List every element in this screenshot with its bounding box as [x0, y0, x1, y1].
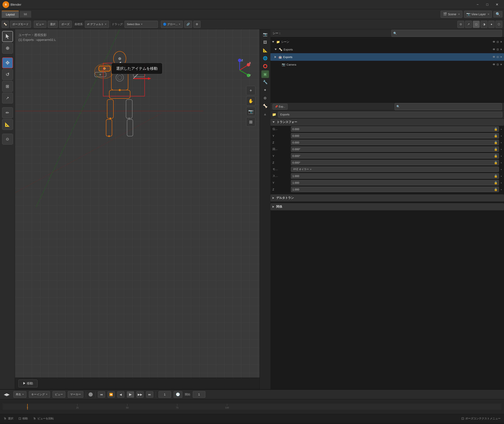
maximize-button[interactable]: □	[483, 1, 492, 8]
viewport-shading-btn4[interactable]: ⬡	[495, 21, 502, 28]
grid-btn[interactable]: ⊞	[246, 117, 255, 126]
play-menu-btn[interactable]: 再生 ▼	[13, 391, 26, 398]
timeline-scrubber[interactable]: 0 25 50 75 100	[2, 404, 502, 410]
exports-btn[interactable]: Exports	[278, 112, 502, 118]
relations-header[interactable]: 関係	[270, 203, 504, 210]
list-item[interactable]: 📁 シーン 👁 ⊡ ☀	[270, 38, 504, 46]
render-icon2[interactable]: ☀	[500, 48, 502, 51]
hand-btn[interactable]: ✋	[246, 96, 255, 106]
visibility-icon[interactable]: 👁	[492, 40, 495, 44]
viewport-shading-btn1[interactable]: ◻	[473, 21, 480, 28]
pose-mode-icon-btn[interactable]: 🦴	[2, 21, 9, 28]
data-props-icon[interactable]: ⟁	[261, 110, 269, 118]
cursor-tool-btn[interactable]: ⊕	[2, 43, 13, 54]
mode-dropdown-btn[interactable]: XYZ オイラー ▼	[291, 167, 499, 172]
modifier-props-icon[interactable]: 🔧	[261, 78, 269, 86]
start-frame-display[interactable]: 1	[193, 391, 205, 398]
select-menu-btn[interactable]: 選択	[48, 21, 58, 28]
particles-props-icon[interactable]: ✦	[261, 86, 269, 94]
delta-transform-header[interactable]: デルタトラン	[270, 194, 504, 201]
scene-props-icon[interactable]: 🌐	[261, 55, 269, 62]
view-layer-props-icon[interactable]: 📐	[261, 46, 269, 54]
pose-mode-btn[interactable]: ポーズモード	[10, 21, 31, 28]
playback-btn[interactable]: ◀▶	[2, 391, 11, 398]
scale-x-field[interactable]: 1.000🔒	[291, 173, 499, 179]
camera-btn[interactable]: 📷	[246, 107, 255, 116]
render-icon4[interactable]: ☀	[500, 63, 502, 66]
selectable-icon3[interactable]: ⊡	[497, 56, 499, 58]
transform-header[interactable]: トランスフォー	[270, 118, 504, 126]
rotation-y-field[interactable]: 0.000°🔒	[291, 153, 499, 159]
props-search[interactable]: 🔍	[395, 103, 502, 110]
visibility-icon3[interactable]: 👁	[492, 55, 495, 59]
scale-z-field[interactable]: 1.000🔒	[291, 187, 499, 192]
list-item[interactable]: 📷 Camera 👁 ⊡ ☀	[270, 61, 504, 68]
tab-layout[interactable]: Layout	[2, 11, 19, 18]
location-y-field[interactable]: 0.000🔒	[291, 133, 499, 138]
move-panel-btn[interactable]: ▶ 移動	[18, 380, 37, 387]
timeline-body[interactable]: 0 25 50 75 100	[0, 399, 504, 414]
viewport[interactable]: ユーザー・透視投影 (1) Exports : upperarm02.L	[15, 29, 260, 389]
extra-tool-btn[interactable]: ⊙	[2, 134, 13, 144]
nav-prev-frame-btn[interactable]: ◀	[117, 391, 124, 398]
object-props-icon[interactable]: ▣	[261, 70, 269, 78]
marker-menu-btn[interactable]: マーカー	[68, 391, 83, 398]
location-z-field[interactable]: 0.000🔒	[291, 140, 499, 145]
props-search-input[interactable]	[401, 105, 500, 108]
keying-menu-btn[interactable]: キーイング ▼	[29, 391, 50, 398]
nav-prev-key-btn[interactable]: ⏪	[108, 391, 115, 398]
viewport-shading-btn2[interactable]: ◑	[480, 21, 487, 28]
outliner-search-input[interactable]	[398, 32, 500, 35]
minimize-button[interactable]: −	[473, 1, 482, 8]
options-btn[interactable]: ⚙	[193, 21, 200, 28]
annotate-tool-btn[interactable]: ✏	[2, 107, 13, 118]
keyframe-dot[interactable]	[89, 392, 93, 397]
current-frame-display[interactable]: 1	[158, 391, 171, 398]
scale-y-field[interactable]: 1.000🔒	[291, 180, 499, 185]
render-icon[interactable]: ☀	[500, 40, 502, 43]
snap-btn[interactable]: 🔗	[184, 21, 192, 28]
view-menu-btn[interactable]: ビュー	[34, 21, 47, 28]
selectable-icon2[interactable]: ⊡	[497, 48, 499, 51]
scale-tool-btn[interactable]: ⊞	[2, 81, 13, 92]
render-props-icon[interactable]: 📷	[261, 31, 269, 38]
search-global-button[interactable]: 🔍	[493, 11, 502, 17]
world-props-icon[interactable]: ⭕	[261, 62, 269, 70]
clock-btn[interactable]: 🕐	[174, 391, 182, 398]
proportional-btn[interactable]: 🔵 グロー... ▼	[161, 21, 183, 28]
transform-tool-btn[interactable]: ↗	[2, 93, 13, 104]
close-button[interactable]: ✕	[492, 1, 502, 8]
drag-select-btn[interactable]: Select Box ▼	[125, 21, 158, 28]
render-icon3[interactable]: ☀	[500, 56, 502, 58]
visibility-icon2[interactable]: 👁	[492, 48, 495, 51]
constraints-props-icon[interactable]: 🦴	[261, 102, 269, 110]
physics-props-icon[interactable]: ⊛	[261, 94, 269, 102]
list-item[interactable]: 🤖 Exports 👁 ⊡ ☀	[270, 53, 504, 61]
nav-first-btn[interactable]: ⏮	[98, 391, 105, 398]
location-x-field[interactable]: 0.000🔒	[291, 126, 499, 132]
exp-label-btn[interactable]: 📌 Exp...	[273, 104, 288, 110]
viewport-shading-btn3[interactable]: ●	[488, 21, 495, 28]
overlay-btn[interactable]: ⊙	[457, 21, 464, 28]
selectable-icon4[interactable]: ⊡	[497, 63, 499, 66]
coord-system-btn[interactable]: ⇄ デフォルト ▼	[85, 21, 109, 28]
selectable-icon[interactable]: ⊡	[497, 40, 499, 43]
visibility-icon4[interactable]: 👁	[492, 63, 495, 66]
move-tool-btn[interactable]: ✥	[2, 57, 13, 68]
nav-last-btn[interactable]: ⏭	[146, 391, 153, 398]
view-menu-btn[interactable]: ビュー	[53, 391, 65, 398]
outliner-search[interactable]: 🔍	[391, 30, 502, 37]
pose-menu-btn[interactable]: ポーズ	[59, 21, 72, 28]
rotation-z-field[interactable]: 0.000°🔒	[291, 160, 499, 165]
rotation-x-field[interactable]: 0.000°🔒	[291, 146, 499, 152]
list-item[interactable]: 🦴 Exports 👁 ⊡ ☀	[270, 46, 504, 53]
camera-add-btn[interactable]: +	[246, 86, 255, 95]
measure-tool-btn[interactable]: 📐	[2, 119, 13, 130]
gizmo-btn[interactable]: ↗	[465, 21, 472, 28]
nav-next-frame-btn[interactable]: ▶▶	[136, 391, 144, 398]
output-props-icon[interactable]: 🖼	[261, 38, 269, 46]
select-tool-btn[interactable]	[2, 31, 13, 42]
nav-play-btn[interactable]: ▶	[127, 391, 134, 398]
rotate-tool-btn[interactable]: ↺	[2, 69, 13, 80]
tab-mi[interactable]: Mi	[20, 11, 31, 18]
